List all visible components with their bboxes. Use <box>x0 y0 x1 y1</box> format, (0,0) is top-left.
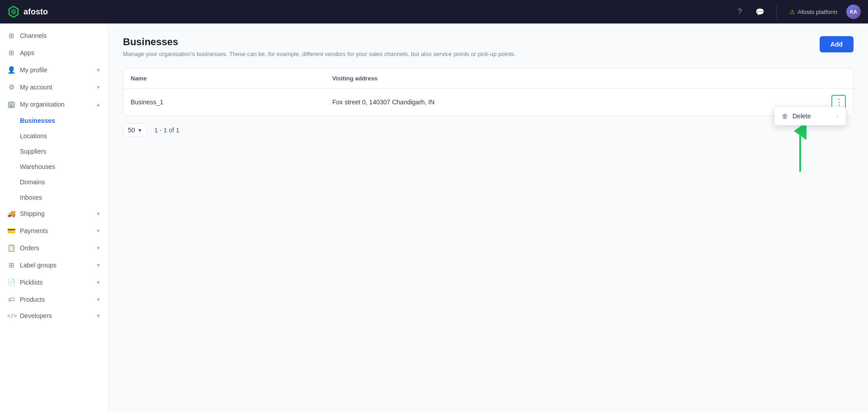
businesses-table: Name Visiting address Business_1 Fox str… <box>123 69 853 116</box>
shipping-icon: 🚚 <box>7 210 15 218</box>
sidebar-item-label: Shipping <box>20 210 91 217</box>
logo-icon <box>7 5 20 18</box>
pagination-row: 50 ▼ 1 - 1 of 1 <box>123 123 854 137</box>
sidebar-item-apps[interactable]: ⊞ Apps <box>0 44 108 61</box>
sidebar-sub-item-locations[interactable]: Locations <box>0 128 108 144</box>
chevron-down-icon: ▼ <box>96 211 101 216</box>
chevron-down-icon: ▼ <box>96 313 101 318</box>
chevron-down-icon: ▼ <box>138 128 142 133</box>
sidebar-item-my-profile[interactable]: 👤 My profile ▼ <box>0 61 108 79</box>
chevron-down-icon: ▼ <box>96 245 101 251</box>
orders-icon: 📋 <box>7 244 15 252</box>
logo[interactable]: afosto <box>7 5 733 18</box>
dropdown-item-label: Delete <box>793 112 811 120</box>
sidebar-item-my-account[interactable]: ⚙ My account ▼ <box>0 79 108 96</box>
sidebar-item-channels[interactable]: ⊞ Channels <box>0 27 108 44</box>
sidebar-sub-item-label: Businesses <box>20 117 55 124</box>
sidebar-item-orders[interactable]: 📋 Orders ▼ <box>0 239 108 257</box>
sidebar-item-my-organisation[interactable]: 🏢 My organisation ▲ <box>0 96 108 113</box>
sidebar-item-picklists[interactable]: 📄 Picklists ▼ <box>0 274 108 291</box>
column-visiting-address: Visiting address <box>325 69 824 89</box>
chevron-up-icon: ▲ <box>96 102 101 107</box>
apps-icon: ⊞ <box>7 49 15 57</box>
page-header-text: Businesses Manage your organisation's bu… <box>123 36 515 57</box>
sidebar-sub-item-label: Locations <box>20 132 47 140</box>
column-actions <box>824 69 853 89</box>
platform-button[interactable]: ⚠ Afosto platform <box>786 6 841 17</box>
sidebar-sub-item-label: Inboxes <box>20 194 42 201</box>
chevron-down-icon: ▼ <box>96 297 101 302</box>
sidebar-item-label: Products <box>20 296 91 303</box>
table-body: Business_1 Fox street 0, 140307 Chandiga… <box>123 89 853 116</box>
sidebar-item-products[interactable]: 🏷 Products ▼ <box>0 291 108 308</box>
platform-label: Afosto platform <box>798 9 837 15</box>
sidebar-item-label: Apps <box>20 49 101 56</box>
sidebar-item-label: Payments <box>20 227 91 234</box>
business-address: Fox street 0, 140307 Chandigarh, IN <box>325 89 824 116</box>
sidebar-item-payments[interactable]: 💳 Payments ▼ <box>0 222 108 239</box>
sidebar-item-label: Orders <box>20 244 91 252</box>
sidebar-sub-item-inboxes[interactable]: Inboxes <box>0 190 108 205</box>
per-page-select[interactable]: 50 ▼ <box>123 123 147 137</box>
page-header: Businesses Manage your organisation's bu… <box>123 36 854 57</box>
help-icon: ? <box>738 8 742 16</box>
sidebar-item-shipping[interactable]: 🚚 Shipping ▼ <box>0 205 108 222</box>
chevron-down-icon: ▼ <box>96 67 101 73</box>
sidebar: ⊞ Channels ⊞ Apps 👤 My profile ▼ ⚙ My ac… <box>0 23 108 412</box>
chevron-down-icon: ▼ <box>96 228 101 234</box>
dropdown-menu: 🗑 Delete › <box>774 107 846 126</box>
page-title: Businesses <box>123 36 515 48</box>
chat-icon: 💬 <box>755 8 764 16</box>
products-icon: 🏷 <box>7 295 15 303</box>
sidebar-sub-item-label: Domains <box>20 178 45 186</box>
chevron-down-icon: ▼ <box>96 280 101 285</box>
sidebar-item-label: My profile <box>20 66 91 74</box>
sidebar-item-label: Picklists <box>20 279 91 286</box>
main-layout: ⊞ Channels ⊞ Apps 👤 My profile ▼ ⚙ My ac… <box>0 23 868 412</box>
table-header: Name Visiting address <box>123 69 853 89</box>
nav-divider <box>776 5 777 19</box>
navbar-right: ? 💬 ⚠ Afosto platform KA <box>733 5 861 19</box>
avatar[interactable]: KA <box>846 5 861 19</box>
sidebar-sub-item-warehouses[interactable]: Warehouses <box>0 159 108 174</box>
developers-icon: </> <box>7 313 15 319</box>
per-page-value: 50 <box>128 126 135 134</box>
organisation-icon: 🏢 <box>7 100 15 108</box>
sidebar-sub-item-label: Suppliers <box>20 148 46 155</box>
sidebar-sub-item-businesses[interactable]: Businesses <box>0 113 108 128</box>
logo-text: afosto <box>24 7 48 17</box>
sidebar-item-label: My organisation <box>20 101 91 108</box>
chat-button[interactable]: 💬 <box>753 5 767 19</box>
chevron-right-icon: › <box>837 113 839 119</box>
warning-icon: ⚠ <box>789 8 795 15</box>
sidebar-sub-item-label: Warehouses <box>20 163 55 170</box>
vertical-dots-icon: ⋮ <box>835 98 843 106</box>
column-name: Name <box>123 69 325 89</box>
navbar: afosto ? 💬 ⚠ Afosto platform KA <box>0 0 868 23</box>
main-content: Businesses Manage your organisation's bu… <box>108 23 868 412</box>
business-name: Business_1 <box>123 89 325 116</box>
page-description: Manage your organisation's businesses. T… <box>123 51 515 57</box>
label-groups-icon: ⊞ <box>7 261 15 269</box>
svg-marker-1 <box>11 9 16 15</box>
sidebar-item-label: Channels <box>20 32 101 39</box>
chevron-down-icon: ▼ <box>96 84 101 90</box>
dropdown-item-delete[interactable]: 🗑 Delete › <box>774 107 846 125</box>
account-icon: ⚙ <box>7 83 15 91</box>
help-button[interactable]: ? <box>733 5 747 19</box>
sidebar-item-label-groups[interactable]: ⊞ Label groups ▼ <box>0 257 108 274</box>
sidebar-sub-item-suppliers[interactable]: Suppliers <box>0 144 108 159</box>
trash-icon: 🗑 <box>782 112 788 120</box>
sidebar-sub-item-domains[interactable]: Domains <box>0 174 108 190</box>
pagination-info: 1 - 1 of 1 <box>154 126 179 134</box>
avatar-initials: KA <box>850 9 857 14</box>
chevron-down-icon: ▼ <box>96 262 101 268</box>
table-container: Name Visiting address Business_1 Fox str… <box>123 68 854 116</box>
sidebar-item-developers[interactable]: </> Developers ▼ <box>0 308 108 324</box>
sidebar-item-label: Label groups <box>20 262 91 269</box>
table-row: Business_1 Fox street 0, 140307 Chandiga… <box>123 89 853 116</box>
sidebar-item-label: Developers <box>20 312 91 319</box>
payments-icon: 💳 <box>7 227 15 235</box>
add-button[interactable]: Add <box>820 36 854 52</box>
channels-icon: ⊞ <box>7 32 15 40</box>
